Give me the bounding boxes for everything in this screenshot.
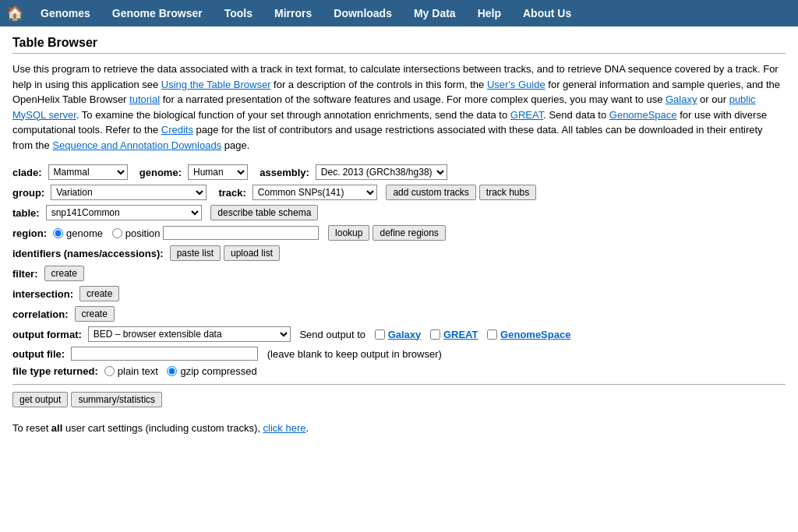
row-file-type: file type returned: plain text gzip comp… xyxy=(12,363,786,379)
assembly-label: assembly: xyxy=(260,167,309,178)
page-title: Table Browser xyxy=(12,36,786,54)
row-region: region: genome position chr9:133252000-1… xyxy=(12,223,786,243)
intro-paragraph: Use this program to retrieve the data as… xyxy=(12,62,786,153)
intro-text-6: . To examine the biological function of … xyxy=(76,109,510,121)
region-position-input[interactable]: chr9:133252000-133280861 xyxy=(163,226,319,240)
reset-text-2: user cart settings (including custom tra… xyxy=(62,422,263,434)
describe-table-schema-button[interactable]: describe table schema xyxy=(210,205,318,220)
genome-select[interactable]: Human Mouse Rat Zebrafish xyxy=(188,164,248,180)
file-type-gzip-radio[interactable] xyxy=(167,366,177,376)
intersection-create-button[interactable]: create xyxy=(79,286,119,301)
nav-mirrors[interactable]: Mirrors xyxy=(263,0,323,26)
link-great[interactable]: GREAT xyxy=(510,109,543,121)
intro-text-5: or our xyxy=(697,93,729,105)
intro-text-4: for a narrated presentation of the softw… xyxy=(160,93,666,105)
file-type-label: file type returned: xyxy=(12,365,98,377)
track-select[interactable]: Common SNPs(141) All SNPs(141) xyxy=(252,185,377,200)
row-filter: filter: create xyxy=(12,263,786,284)
reset-note: To reset all user cart settings (includi… xyxy=(12,422,786,434)
nav-genomes[interactable]: Genomes xyxy=(30,0,101,26)
filter-label: filter: xyxy=(12,268,38,280)
paste-list-button[interactable]: paste list xyxy=(170,245,221,261)
row-table: table: snp141Common describe table schem… xyxy=(12,203,786,223)
intersection-label: intersection: xyxy=(12,288,73,300)
intro-text-2: for a description of the controls in thi… xyxy=(270,79,486,90)
reset-text-3: . xyxy=(305,422,309,434)
nav-genome-browser[interactable]: Genome Browser xyxy=(101,0,214,26)
reset-bold: all xyxy=(51,422,62,434)
send-galaxy-checkbox[interactable] xyxy=(375,329,385,340)
region-label: region: xyxy=(12,227,47,239)
row-correlation: correlation: create xyxy=(12,304,786,324)
table-label: table: xyxy=(12,207,40,219)
link-genomespace-intro[interactable]: GenomeSpace xyxy=(609,109,677,121)
nav-about-us[interactable]: About Us xyxy=(512,0,582,26)
send-great-link[interactable]: GREAT xyxy=(443,329,478,340)
clade-select[interactable]: Mammal Vertebrate Deuterostome Insect Ne… xyxy=(48,164,128,180)
link-users-guide[interactable]: User's Guide xyxy=(487,79,546,90)
output-format-select[interactable]: BED – browser extensible data all fields… xyxy=(88,326,291,342)
nav-help[interactable]: Help xyxy=(467,0,512,26)
send-great-checkbox[interactable] xyxy=(430,329,440,340)
lookup-button[interactable]: lookup xyxy=(328,225,369,241)
reset-text-1: To reset xyxy=(12,422,51,434)
summary-statistics-button[interactable]: summary/statistics xyxy=(71,392,162,407)
file-type-plain-radio[interactable] xyxy=(104,366,115,376)
nav-tools[interactable]: Tools xyxy=(214,0,263,26)
home-icon[interactable]: 🏠 xyxy=(0,5,30,22)
send-output-to-label: Send output to xyxy=(299,329,365,340)
upload-list-button[interactable]: upload list xyxy=(224,245,280,261)
form-section: clade: Mammal Vertebrate Deuterostome In… xyxy=(12,162,786,434)
define-regions-button[interactable]: define regions xyxy=(373,225,445,241)
row-output-file: output file: snp141Common.hg38.bed.gz (l… xyxy=(12,344,786,363)
group-select[interactable]: Variation Genes and Gene Predictions Phe… xyxy=(51,185,207,200)
main-nav: 🏠 Genomes Genome Browser Tools Mirrors D… xyxy=(0,0,798,26)
form-divider xyxy=(12,384,786,385)
output-file-label: output file: xyxy=(12,348,65,360)
row-output-format: output format: BED – browser extensible … xyxy=(12,324,786,344)
row-clade-genome-assembly: clade: Mammal Vertebrate Deuterostome In… xyxy=(12,162,786,182)
link-tutorial[interactable]: tutorial xyxy=(129,93,160,105)
link-seq-downloads[interactable]: Sequence and Annotation Downloads xyxy=(52,139,221,151)
link-galaxy[interactable]: Galaxy xyxy=(666,93,697,105)
track-label: track: xyxy=(218,187,245,199)
row-identifiers: identifiers (names/accessions): paste li… xyxy=(12,243,786,263)
intro-text-10: page. xyxy=(221,139,249,151)
add-custom-tracks-button[interactable]: add custom tracks xyxy=(386,185,475,200)
file-type-gzip-text: gzip compressed xyxy=(180,365,256,377)
get-output-button[interactable]: get output xyxy=(12,392,68,407)
correlation-label: correlation: xyxy=(12,308,69,320)
intro-text-7: . Send data to xyxy=(543,109,609,121)
link-credits[interactable]: Credits xyxy=(161,124,193,136)
identifiers-label: identifiers (names/accessions): xyxy=(12,248,164,259)
send-genomespace-checkbox[interactable] xyxy=(487,329,497,340)
region-position-radio[interactable] xyxy=(112,228,122,238)
group-label: group: xyxy=(12,187,44,199)
file-type-plain-text: plain text xyxy=(118,365,158,377)
row-group-track: group: Variation Genes and Gene Predicti… xyxy=(12,182,786,203)
link-table-browser[interactable]: Using the Table Browser xyxy=(161,79,271,90)
output-file-note: (leave blank to keep output in browser) xyxy=(267,348,442,360)
row-intersection: intersection: create xyxy=(12,284,786,304)
correlation-create-button[interactable]: create xyxy=(75,306,115,322)
main-content: Table Browser Use this program to retrie… xyxy=(0,26,798,443)
output-file-input[interactable]: snp141Common.hg38.bed.gz xyxy=(71,347,258,361)
track-hubs-button[interactable]: track hubs xyxy=(479,185,536,200)
reset-link[interactable]: click here xyxy=(263,422,306,434)
output-format-label: output format: xyxy=(12,329,82,340)
row-action-buttons: get output summary/statistics xyxy=(12,389,786,410)
nav-downloads[interactable]: Downloads xyxy=(323,0,403,26)
clade-label: clade: xyxy=(12,167,42,178)
genome-label: genome: xyxy=(139,167,182,178)
assembly-select[interactable]: Dec. 2013 (GRCh38/hg38) Feb. 2009 (GRCh3… xyxy=(316,164,447,180)
filter-create-button[interactable]: create xyxy=(44,266,84,281)
region-genome-radio[interactable] xyxy=(53,228,63,238)
send-galaxy-link[interactable]: Galaxy xyxy=(388,329,422,340)
region-position-text: position xyxy=(125,227,161,239)
table-select[interactable]: snp141Common xyxy=(46,205,202,220)
send-genomespace-link[interactable]: GenomeSpace xyxy=(500,329,570,340)
region-genome-text: genome xyxy=(66,227,103,239)
nav-my-data[interactable]: My Data xyxy=(403,0,467,26)
